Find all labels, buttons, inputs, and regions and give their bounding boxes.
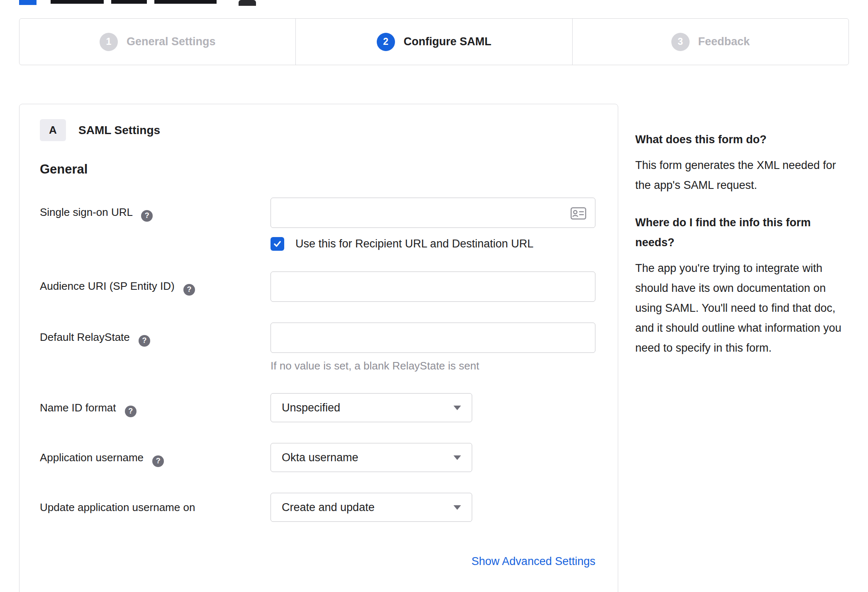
- panel-header: A SAML Settings: [40, 119, 597, 141]
- application-username-label-text: Application username: [40, 451, 144, 464]
- sso-url-label-text: Single sign-on URL: [40, 206, 132, 218]
- relay-state-hint: If no value is set, a blank RelayState i…: [271, 360, 597, 372]
- sso-url-input[interactable]: [271, 198, 595, 228]
- chevron-down-icon: [454, 505, 461, 510]
- relay-state-label: Default RelayState ?: [40, 323, 271, 372]
- step-label: General Settings: [127, 35, 216, 48]
- advanced-settings-row: Show Advanced Settings: [271, 555, 595, 568]
- help-question-2: Where do I find the info this form needs…: [635, 213, 848, 252]
- form-row-update-username: Update application username on Create an…: [40, 493, 597, 522]
- form-row-audience-uri: Audience URI (SP Entity ID) ?: [40, 272, 597, 302]
- cropped-title-fragment: [51, 0, 104, 4]
- audience-uri-input-wrap: [271, 272, 595, 302]
- sso-checkbox-row: Use this for Recipient URL and Destinati…: [271, 237, 597, 251]
- chevron-down-icon: [454, 455, 461, 460]
- cropped-title-fragment: [111, 0, 147, 4]
- update-username-control: Create and update: [271, 493, 597, 522]
- step-number-badge: 2: [377, 33, 395, 51]
- application-username-control: Okta username: [271, 443, 597, 472]
- application-username-label: Application username ?: [40, 443, 271, 472]
- audience-uri-control: [271, 272, 597, 302]
- contact-card-icon[interactable]: [571, 207, 586, 220]
- help-icon[interactable]: ?: [152, 455, 164, 467]
- cropped-title-fragment: [154, 0, 217, 4]
- form-row-sso-url: Single sign-on URL ?: [40, 198, 597, 251]
- step-feedback[interactable]: 3 Feedback: [573, 19, 848, 65]
- chevron-down-icon: [454, 406, 461, 410]
- help-icon[interactable]: ?: [141, 210, 153, 222]
- application-username-select[interactable]: Okta username: [271, 443, 472, 472]
- show-advanced-settings-link[interactable]: Show Advanced Settings: [471, 555, 595, 568]
- audience-uri-label-text: Audience URI (SP Entity ID): [40, 280, 175, 292]
- saml-settings-panel: A SAML Settings General Single sign-on U…: [19, 104, 618, 592]
- name-id-format-select[interactable]: Unspecified: [271, 393, 472, 422]
- sso-url-input-wrap: [271, 198, 595, 228]
- audience-uri-label: Audience URI (SP Entity ID) ?: [40, 272, 271, 302]
- form-row-name-id-format: Name ID format ? Unspecified: [40, 393, 597, 422]
- saml-form: Single sign-on URL ?: [40, 198, 597, 568]
- help-answer-1: This form generates the XML needed for t…: [635, 155, 848, 195]
- sso-url-control: Use this for Recipient URL and Destinati…: [271, 198, 597, 251]
- update-username-label: Update application username on: [40, 493, 271, 522]
- step-number-badge: 1: [100, 33, 118, 51]
- name-id-format-control: Unspecified: [271, 393, 597, 422]
- help-icon[interactable]: ?: [125, 406, 137, 417]
- step-number-badge: 3: [671, 33, 690, 51]
- step-configure-saml[interactable]: 2 Configure SAML: [296, 19, 572, 65]
- relay-state-input-wrap: [271, 323, 595, 353]
- main-content: A SAML Settings General Single sign-on U…: [19, 104, 849, 592]
- name-id-format-label-text: Name ID format: [40, 401, 116, 414]
- audience-uri-input[interactable]: [271, 272, 595, 302]
- step-general-settings[interactable]: 1 General Settings: [20, 19, 296, 65]
- checkmark-icon: [273, 239, 282, 249]
- sso-url-label: Single sign-on URL ?: [40, 198, 271, 251]
- recipient-url-checkbox-label[interactable]: Use this for Recipient URL and Destinati…: [295, 237, 534, 250]
- name-id-format-label: Name ID format ?: [40, 393, 271, 422]
- help-answer-2: The app you're trying to integrate with …: [635, 258, 848, 358]
- relay-state-control: If no value is set, a blank RelayState i…: [271, 323, 597, 372]
- form-row-relay-state: Default RelayState ? If no value is set,…: [40, 323, 597, 372]
- general-group-title: General: [40, 162, 597, 177]
- cropped-logo-fragment: [19, 0, 37, 5]
- step-label: Feedback: [698, 35, 750, 48]
- help-panel: What does this form do? This form genera…: [635, 104, 848, 375]
- relay-state-label-text: Default RelayState: [40, 331, 130, 343]
- help-question-1: What does this form do?: [635, 130, 848, 149]
- recipient-url-checkbox[interactable]: [271, 237, 284, 251]
- name-id-format-value: Unspecified: [282, 401, 340, 414]
- section-a-badge: A: [40, 119, 66, 141]
- update-username-select[interactable]: Create and update: [271, 493, 472, 522]
- application-username-value: Okta username: [282, 451, 358, 464]
- form-row-application-username: Application username ? Okta username: [40, 443, 597, 472]
- update-username-label-text: Update application username on: [40, 501, 195, 514]
- update-username-value: Create and update: [282, 501, 375, 514]
- wizard-stepper: 1 General Settings 2 Configure SAML 3 Fe…: [19, 18, 849, 65]
- cropped-gear-icon: [239, 0, 256, 6]
- help-icon[interactable]: ?: [183, 284, 195, 296]
- cropped-header-strip: [0, 0, 868, 6]
- section-title: SAML Settings: [78, 124, 160, 137]
- step-label: Configure SAML: [404, 35, 491, 48]
- help-icon[interactable]: ?: [139, 335, 150, 347]
- relay-state-input[interactable]: [271, 323, 595, 353]
